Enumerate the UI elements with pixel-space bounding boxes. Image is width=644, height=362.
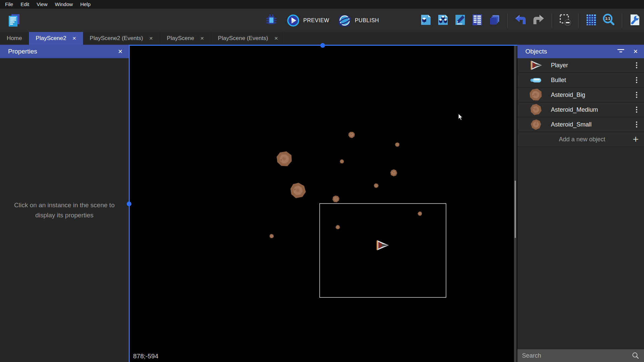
- object-menu-icon[interactable]: [635, 120, 639, 129]
- instance-asteroid_small[interactable]: [335, 224, 340, 230]
- objects-editor-button[interactable]: [419, 13, 432, 27]
- layers-editor-icon: [488, 13, 501, 26]
- object-row-bullet[interactable]: Bullet: [517, 73, 644, 88]
- zoom-1-1-icon: 1:1: [602, 13, 615, 27]
- vertical-scroll-thumb[interactable]: [127, 202, 131, 206]
- tab-playscene-events[interactable]: PlayScene (Events) ✕: [211, 32, 285, 45]
- add-object-row[interactable]: Add a new object +: [517, 132, 644, 147]
- instance-asteroid_small[interactable]: [269, 233, 275, 239]
- objects-panel: Objects ✕ Player: [517, 45, 644, 362]
- canvas-scrollbar-track[interactable]: [514, 46, 517, 362]
- redo-icon: [532, 13, 545, 26]
- toolbar: PREVIEW PUBLISH: [0, 9, 644, 32]
- object-menu-icon[interactable]: [635, 105, 639, 114]
- publish-label: PUBLISH: [355, 17, 379, 24]
- object-row-asteroid-small[interactable]: Asteroid_Small: [517, 117, 644, 132]
- instances-list-button[interactable]: [471, 13, 484, 27]
- objects-searchbar: [517, 349, 644, 362]
- toolbar-separator: [552, 13, 552, 28]
- close-icon[interactable]: ✕: [274, 36, 278, 41]
- publish-button[interactable]: PUBLISH: [338, 14, 379, 27]
- toolbar-separator: [622, 13, 622, 28]
- plus-icon[interactable]: +: [633, 134, 639, 144]
- horizontal-scroll-thumb[interactable]: [320, 43, 325, 48]
- filter-button[interactable]: [617, 49, 625, 55]
- filter-icon: [617, 49, 625, 53]
- layers-editor-button[interactable]: [488, 13, 501, 27]
- properties-editor-icon: [454, 13, 467, 26]
- asteroid-thumbnail: [529, 104, 542, 115]
- preview-button[interactable]: PREVIEW: [286, 14, 329, 27]
- gdevelop-window: File Edit View Window Help: [0, 0, 644, 362]
- tab-playscene[interactable]: PlayScene ✕: [160, 32, 211, 45]
- object-menu-icon[interactable]: [635, 90, 639, 99]
- delete-selection-button[interactable]: [558, 13, 572, 28]
- instance-player[interactable]: [376, 240, 389, 250]
- properties-editor-button[interactable]: [454, 13, 467, 27]
- menubar: File Edit View Window Help: [0, 0, 644, 9]
- scene-svg[interactable]: [130, 46, 517, 362]
- instance-asteroid_medium[interactable]: [331, 194, 340, 204]
- tab-playscene2-events[interactable]: PlayScene2 (Events) ✕: [83, 32, 160, 45]
- tab-label: Home: [7, 35, 22, 42]
- undo-button[interactable]: [514, 13, 527, 27]
- preview-label: PREVIEW: [303, 17, 329, 24]
- objects-editor-icon: [419, 13, 432, 26]
- instance-asteroid_small[interactable]: [373, 183, 379, 189]
- object-label: Player: [551, 62, 635, 69]
- object-label: Asteroid_Big: [551, 92, 635, 99]
- scene-properties-button[interactable]: [629, 13, 641, 27]
- player-ship-thumbnail: [529, 60, 542, 70]
- menu-edit[interactable]: Edit: [17, 0, 33, 9]
- tab-label: PlayScene2 (Events): [90, 35, 143, 42]
- instance-asteroid_medium[interactable]: [390, 169, 398, 177]
- object-row-player[interactable]: Player: [517, 58, 644, 73]
- menu-file[interactable]: File: [1, 0, 17, 9]
- scene-editor-canvas[interactable]: 878;-594: [129, 45, 517, 362]
- close-icon[interactable]: ✕: [200, 36, 204, 41]
- properties-panel-header: Properties ✕: [0, 45, 129, 58]
- object-menu-icon[interactable]: [635, 76, 639, 84]
- object-menu-icon[interactable]: [635, 61, 639, 70]
- object-row-asteroid-big[interactable]: Asteroid_Big: [517, 88, 644, 103]
- redo-button[interactable]: [532, 13, 545, 27]
- instance-asteroid_medium[interactable]: [348, 131, 355, 139]
- grid-button[interactable]: [585, 13, 598, 27]
- close-icon[interactable]: ✕: [72, 36, 76, 41]
- grid-icon: [585, 13, 598, 26]
- close-icon[interactable]: ✕: [633, 48, 638, 55]
- instances-list-icon: [471, 13, 484, 26]
- search-input[interactable]: [522, 352, 632, 359]
- object-label: Bullet: [551, 77, 635, 84]
- properties-panel-title: Properties: [8, 48, 37, 55]
- cursor-coordinates: 878;-594: [133, 353, 158, 360]
- canvas-scrollbar-thumb[interactable]: [515, 181, 516, 238]
- objects-panel-title: Objects: [525, 48, 547, 55]
- debug-button[interactable]: [265, 13, 278, 27]
- close-icon[interactable]: ✕: [118, 48, 123, 55]
- undo-icon: [514, 13, 527, 26]
- object-groups-button[interactable]: [437, 13, 449, 27]
- instance-asteroid_small[interactable]: [417, 211, 422, 216]
- instance-asteroid_big[interactable]: [287, 180, 309, 201]
- globe-icon: [338, 14, 352, 27]
- menu-help[interactable]: Help: [77, 0, 94, 9]
- debug-icon: [265, 13, 278, 26]
- project-manager-button[interactable]: [7, 13, 21, 29]
- object-row-asteroid-medium[interactable]: Asteroid_Medium: [517, 103, 644, 117]
- asteroid-thumbnail: [529, 119, 542, 130]
- search-icon: [632, 352, 639, 359]
- tab-playscene2[interactable]: PlayScene2 ✕: [29, 32, 83, 45]
- object-label: Asteroid_Small: [551, 121, 635, 128]
- project-manager-icon: [7, 13, 21, 28]
- menu-window[interactable]: Window: [51, 0, 76, 9]
- instance-asteroid_small[interactable]: [395, 142, 399, 147]
- object-label: Asteroid_Medium: [551, 106, 635, 113]
- toolbar-separator: [578, 13, 578, 28]
- instance-asteroid_big[interactable]: [277, 151, 292, 166]
- zoom-original-button[interactable]: 1:1: [602, 13, 615, 28]
- tab-home[interactable]: Home: [0, 32, 29, 45]
- close-icon[interactable]: ✕: [149, 36, 153, 41]
- menu-view[interactable]: View: [33, 0, 51, 9]
- instance-asteroid_small[interactable]: [339, 159, 345, 164]
